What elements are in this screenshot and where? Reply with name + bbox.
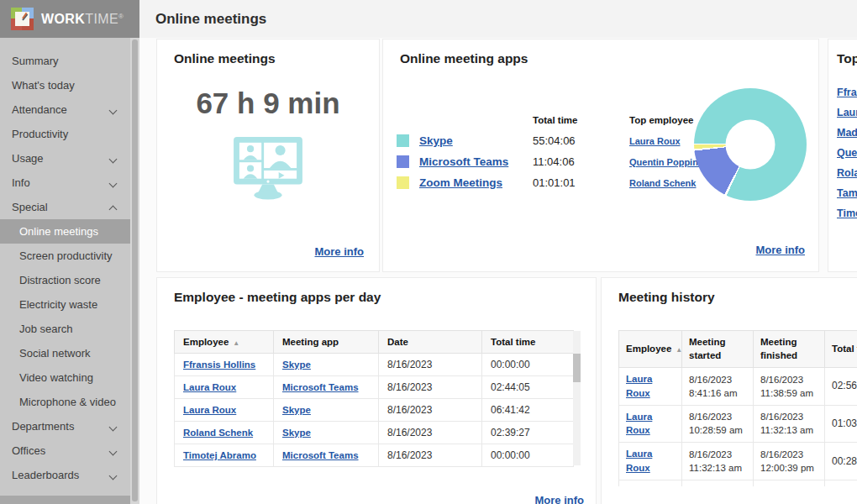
sidebar-item-electricity-waste[interactable]: Electricity waste xyxy=(0,292,130,317)
employee-column-header[interactable]: Employee▲ xyxy=(175,331,274,354)
header-label: Meeting started xyxy=(689,337,725,360)
sidebar-item-label: Usage xyxy=(12,152,44,165)
employee-link[interactable]: Laura Roux xyxy=(626,449,652,473)
sidebar-item-offices[interactable]: Offices xyxy=(0,438,130,463)
date-cell: 8/16/2023 xyxy=(379,422,482,444)
sidebar-item-label: Electricity waste xyxy=(19,298,97,311)
employee-link[interactable]: Laura Roux xyxy=(626,374,652,398)
top-employee-link[interactable]: Roland Schenk xyxy=(837,167,857,179)
sidebar-item-whats-today[interactable]: What's today xyxy=(0,73,130,97)
meeting-app-link[interactable]: Skype xyxy=(282,360,311,370)
sidebar-item-attendance[interactable]: Attendance xyxy=(0,97,130,122)
sidebar-item-label: Special xyxy=(12,201,48,213)
top-employee-link[interactable]: Timotej Abramo xyxy=(837,207,857,219)
table-header-row: Employee▲ Meeting app Date Total time xyxy=(175,331,574,354)
brand-time: TIME xyxy=(85,12,118,26)
worktime-logo[interactable]: WORKTIME® xyxy=(0,0,139,38)
meeting-started-cell: 8/16/2023 xyxy=(682,480,754,486)
top-employee-link[interactable]: Laura Roux xyxy=(837,107,857,118)
teams-top-employee-link[interactable]: Quentin Poppins xyxy=(629,157,703,167)
meeting-started-column-header[interactable]: Meeting started xyxy=(682,331,754,368)
employee-link[interactable]: Ffransis Hollins xyxy=(183,360,255,370)
sidebar-item-label: Job search xyxy=(19,323,73,335)
zoom-link[interactable]: Zoom Meetings xyxy=(419,176,502,189)
sidebar-item-online-meetings[interactable]: Online meetings xyxy=(0,219,130,244)
table-row: Timotej Abramo Microsoft Teams 8/16/2023… xyxy=(175,444,574,467)
meeting-finished-cell: 8/16/202311:38:59 am xyxy=(754,368,825,406)
sidebar-item-label: Distraction score xyxy=(19,274,101,286)
employee-link[interactable]: Timotej Abramo xyxy=(183,450,256,460)
header-label: Meeting app xyxy=(282,337,339,347)
top-bar: WORKTIME® Online meetings xyxy=(0,0,857,38)
date-column-header[interactable]: Date xyxy=(379,331,482,354)
date-line: 8/16/2023 xyxy=(689,410,746,423)
table-scrollbar-thumb[interactable] xyxy=(573,354,581,382)
zoom-top-employee-link[interactable]: Roland Schenk xyxy=(629,178,696,188)
table-row: Laura Roux 8/16/20238:41:16 am 8/16/2023… xyxy=(619,368,857,406)
sidebar-item-special[interactable]: Special xyxy=(0,195,130,219)
meeting-app-column-header[interactable]: Meeting app xyxy=(274,331,379,354)
total-time-column-header[interactable]: Total time xyxy=(825,331,857,368)
sidebar-item-departments[interactable]: Departments xyxy=(0,414,130,438)
chevron-down-icon xyxy=(109,155,118,164)
sidebar-item-usage[interactable]: Usage xyxy=(0,146,130,171)
page-title: Online meetings xyxy=(155,0,266,38)
total-time-cell: 00:28:26 xyxy=(825,443,857,480)
meeting-app-link[interactable]: Microsoft Teams xyxy=(282,450,359,460)
employee-link[interactable]: Laura Roux xyxy=(183,382,236,392)
skype-link[interactable]: Skype xyxy=(419,134,453,147)
teams-link[interactable]: Microsoft Teams xyxy=(419,155,508,168)
meeting-app-link[interactable]: Microsoft Teams xyxy=(282,382,359,392)
sidebar-item-label: Attendance xyxy=(12,103,67,116)
sidebar-item-social-network[interactable]: Social network xyxy=(0,341,130,365)
sidebar-item-distraction-score[interactable]: Distraction score xyxy=(0,268,130,292)
sidebar-item-label: Offices xyxy=(12,444,45,457)
meeting-app-link[interactable]: Skype xyxy=(282,405,311,415)
table-scrollbar xyxy=(573,331,581,465)
date-line: 8/16/2023 xyxy=(689,373,746,386)
employee-link[interactable]: Roland Schenk xyxy=(183,428,253,438)
sidebar-item-video-watching[interactable]: Video watching xyxy=(0,365,130,390)
date-cell: 8/16/2023 xyxy=(379,354,482,376)
sidebar-item-leaderboards[interactable]: Leaderboards xyxy=(0,463,130,487)
total-time-cell: 02:56:19 xyxy=(825,368,857,406)
card-title: Online meetings xyxy=(157,39,379,66)
sidebar-item-microphone-video[interactable]: Microphone & video xyxy=(0,390,130,414)
top-employee-link[interactable]: Ffransis Hollins xyxy=(837,87,857,98)
meeting-app-link[interactable]: Skype xyxy=(282,428,311,438)
sidebar-item-screen-productivity[interactable]: Screen productivity xyxy=(0,244,130,268)
table-row: Laura Roux Microsoft Teams 8/16/2023 02:… xyxy=(175,376,574,399)
employee-column-header[interactable]: Employee▲ xyxy=(619,331,682,368)
sidebar-scrollbar-thumb[interactable] xyxy=(132,39,138,501)
sidebar-item-info[interactable]: Info xyxy=(0,171,130,195)
top-employee-link[interactable]: Madison xyxy=(837,127,857,139)
employee-link[interactable]: Laura Roux xyxy=(183,405,236,415)
more-info-link[interactable]: More info xyxy=(756,244,806,256)
total-time-cell: 00:00:00 xyxy=(482,444,574,467)
meeting-history-table: Employee▲ Meeting started Meeting finish… xyxy=(618,330,857,486)
meeting-finished-column-header[interactable]: Meeting finished xyxy=(754,331,825,368)
chevron-down-icon xyxy=(109,448,118,456)
employee-link[interactable]: Laura Roux xyxy=(626,412,652,436)
time-line: 8:41:16 am xyxy=(689,386,746,400)
skype-top-employee-link[interactable]: Laura Roux xyxy=(629,136,681,146)
sidebar-item-label: Video watching xyxy=(19,371,93,384)
meeting-history-card: Meeting history Employee▲ Meeting starte… xyxy=(601,277,857,504)
more-info-link[interactable]: More info xyxy=(315,245,365,258)
skype-legend-swatch xyxy=(397,134,409,147)
sort-asc-icon: ▲ xyxy=(676,346,682,354)
sidebar-item-summary[interactable]: Summary xyxy=(0,49,130,73)
total-time-cell: 02:44:05 xyxy=(482,376,574,399)
header-label: Total time xyxy=(832,344,857,354)
top-employee-link[interactable]: Quentin Poppins xyxy=(837,147,857,159)
sidebar-item-productivity[interactable]: Productivity xyxy=(0,122,130,146)
meeting-apps-donut-chart[interactable] xyxy=(694,88,807,201)
sidebar-item-job-search[interactable]: Job search xyxy=(0,317,130,341)
top-employee-link[interactable]: Tamara xyxy=(837,187,857,199)
more-info-link[interactable]: More info xyxy=(535,494,585,504)
total-time-column-header[interactable]: Total time xyxy=(482,331,574,354)
teams-legend-swatch xyxy=(397,155,409,168)
time-line: 11:32:13 am xyxy=(760,423,818,437)
date-line: 8/16/2023 xyxy=(760,448,818,461)
sidebar-item-label: Departments xyxy=(12,420,74,433)
